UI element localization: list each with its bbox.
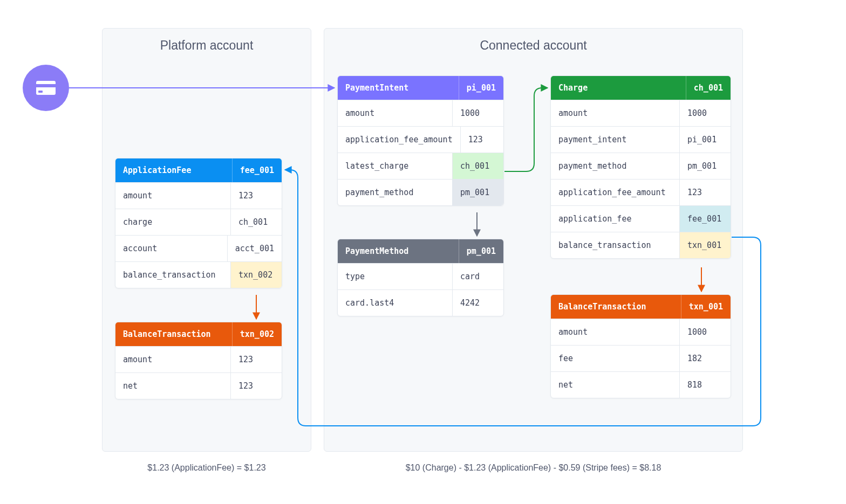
table-row: typecard: [338, 263, 503, 289]
charge-rows: amount1000payment_intentpi_001payment_me…: [551, 100, 731, 258]
table-row: amount1000: [338, 100, 503, 126]
table-row: chargech_001: [115, 209, 282, 235]
row-value: 818: [679, 372, 731, 398]
row-key: balance_transaction: [551, 232, 679, 258]
platform-balance-transaction-table: BalanceTransaction txn_002 amount123net1…: [115, 322, 282, 399]
payment-intent-table: PaymentIntent pi_001 amount1000applicati…: [337, 75, 504, 206]
payment-intent-rows: amount1000application_fee_amount123lates…: [338, 100, 503, 205]
payment-method-id: pm_001: [459, 239, 503, 263]
connected-bt-name: BalanceTransaction: [551, 295, 681, 319]
row-key: amount: [338, 100, 452, 126]
table-row: payment_methodpm_001: [551, 153, 731, 179]
row-value: txn_001: [679, 232, 731, 258]
charge-id: ch_001: [686, 76, 731, 100]
row-key: application_fee_amount: [551, 179, 679, 205]
table-row: card.last44242: [338, 289, 503, 316]
connected-bt-id: txn_001: [681, 295, 731, 319]
payment-intent-id: pi_001: [459, 76, 503, 100]
payment-method-name: PaymentMethod: [338, 239, 459, 263]
application-fee-id: fee_001: [232, 158, 282, 182]
svg-rect-2: [38, 91, 43, 93]
row-value: 1000: [452, 100, 503, 126]
application-fee-name: ApplicationFee: [115, 158, 232, 182]
row-value: ch_001: [230, 209, 282, 235]
table-row: balance_transactiontxn_002: [115, 261, 282, 288]
row-key: fee: [551, 346, 679, 371]
svg-rect-1: [36, 84, 56, 87]
row-value: 123: [679, 179, 731, 205]
table-row: amount123: [115, 346, 282, 372]
payment-method-table: PaymentMethod pm_001 typecardcard.last44…: [337, 239, 504, 316]
row-key: amount: [551, 100, 679, 126]
row-value: pm_001: [452, 179, 503, 205]
svg-rect-0: [36, 81, 56, 95]
row-value: fee_001: [679, 206, 731, 232]
table-row: latest_chargech_001: [338, 153, 503, 179]
row-key: application_fee_amount: [338, 127, 460, 153]
row-key: payment_method: [551, 153, 679, 179]
table-row: payment_methodpm_001: [338, 179, 503, 205]
platform-bt-rows: amount123net123: [115, 346, 282, 399]
table-row: accountacct_001: [115, 235, 282, 261]
row-value: card: [452, 264, 503, 289]
row-key: balance_transaction: [115, 262, 230, 288]
row-value: pi_001: [679, 127, 731, 153]
row-value: txn_002: [230, 262, 282, 288]
row-key: type: [338, 264, 452, 289]
row-value: pm_001: [679, 153, 731, 179]
platform-bt-name: BalanceTransaction: [115, 322, 232, 346]
row-key: net: [115, 373, 230, 399]
table-row: payment_intentpi_001: [551, 126, 731, 153]
table-row: amount1000: [551, 100, 731, 126]
row-key: payment_method: [338, 179, 452, 205]
row-key: account: [115, 236, 227, 261]
connected-balance-transaction-table: BalanceTransaction txn_001 amount1000fee…: [550, 294, 731, 398]
table-row: application_fee_amount123: [338, 126, 503, 153]
table-row: net123: [115, 372, 282, 399]
platform-footer: $1.23 (ApplicationFee) = $1.23: [102, 463, 311, 473]
table-row: application_fee_amount123: [551, 179, 731, 205]
row-value: 182: [679, 346, 731, 371]
connected-footer: $10 (Charge) - $1.23 (ApplicationFee) - …: [324, 463, 743, 473]
row-value: 123: [230, 347, 282, 372]
table-row: net818: [551, 371, 731, 398]
platform-bt-id: txn_002: [232, 322, 282, 346]
row-value: 4242: [452, 290, 503, 316]
row-value: 1000: [679, 100, 731, 126]
charge-table: Charge ch_001 amount1000payment_intentpi…: [550, 75, 731, 259]
row-key: amount: [115, 183, 230, 209]
row-key: application_fee: [551, 206, 679, 232]
connected-bt-rows: amount1000fee182net818: [551, 319, 731, 398]
charge-name: Charge: [551, 76, 686, 100]
row-key: latest_charge: [338, 153, 452, 179]
card-icon: [23, 65, 69, 111]
payment-method-rows: typecardcard.last44242: [338, 263, 503, 316]
payment-intent-name: PaymentIntent: [338, 76, 459, 100]
table-row: application_feefee_001: [551, 205, 731, 232]
row-value: 1000: [679, 319, 731, 345]
row-value: 123: [230, 183, 282, 209]
row-key: amount: [551, 319, 679, 345]
application-fee-rows: amount123chargech_001accountacct_001bala…: [115, 182, 282, 288]
row-key: payment_intent: [551, 127, 679, 153]
table-row: amount1000: [551, 319, 731, 345]
table-row: balance_transactiontxn_001: [551, 232, 731, 258]
row-value: ch_001: [452, 153, 503, 179]
row-value: 123: [460, 127, 504, 153]
row-value: 123: [230, 373, 282, 399]
connected-title: Connected account: [324, 29, 742, 53]
row-key: card.last4: [338, 290, 452, 316]
application-fee-table: ApplicationFee fee_001 amount123chargech…: [115, 158, 282, 288]
credit-card-icon: [35, 80, 57, 96]
table-row: amount123: [115, 182, 282, 209]
table-row: fee182: [551, 345, 731, 371]
row-key: net: [551, 372, 679, 398]
row-value: acct_001: [227, 236, 282, 261]
row-key: charge: [115, 209, 230, 235]
row-key: amount: [115, 347, 230, 372]
platform-title: Platform account: [103, 29, 311, 53]
